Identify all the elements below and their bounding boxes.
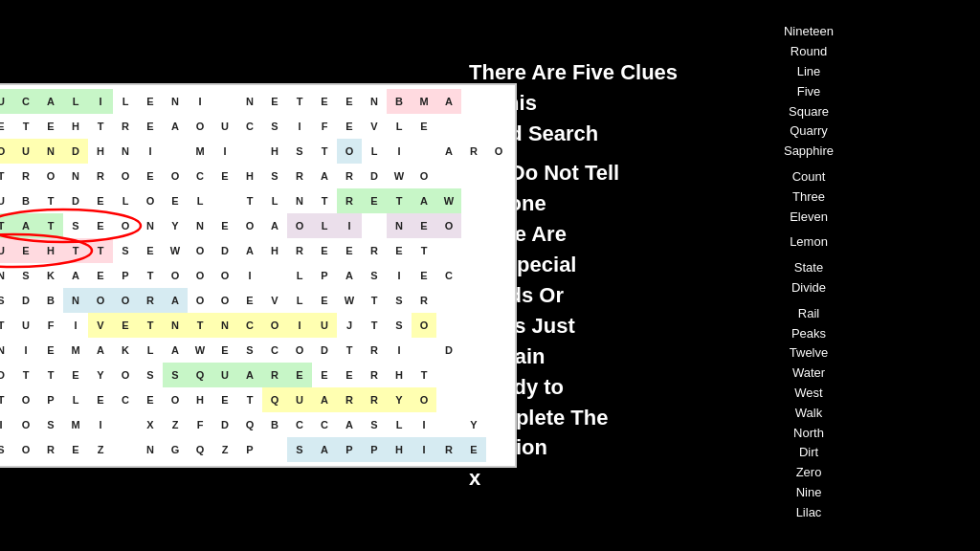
- grid-cell: R: [13, 164, 38, 188]
- grid-row: QVUCALILENINETEENBMA: [0, 89, 511, 114]
- grid-cell: E: [38, 114, 63, 139]
- grid-cell: Y: [163, 213, 188, 238]
- grid-cell: H: [262, 238, 287, 263]
- grid-cell: E: [337, 363, 362, 387]
- grid-row: NSIOSMIXZFDQBCCASLIY: [0, 412, 511, 437]
- grid-cell: X: [138, 412, 163, 437]
- grid-cell: E: [337, 238, 362, 263]
- grid-cell: S: [287, 139, 312, 164]
- grid-row: PMUEHTTSEWODAHREERET: [0, 238, 511, 263]
- grid-cell: [262, 263, 287, 288]
- grid-cell: A: [412, 188, 436, 213]
- grid-cell: E: [262, 89, 287, 114]
- word-list-item: Peaks: [718, 324, 900, 344]
- grid-cell: S: [362, 412, 387, 437]
- grid-cell: W: [436, 188, 461, 213]
- grid-cell: O: [212, 288, 237, 313]
- grid-cell: T: [337, 338, 362, 363]
- word-list-item: Walk: [718, 404, 900, 424]
- grid-cell: [436, 238, 461, 263]
- grid-row: NOUBTDELOELTLNTRETAW: [0, 188, 511, 213]
- grid-cell: T: [38, 188, 63, 213]
- word-list-item: Lilac: [718, 503, 900, 523]
- grid-cell: A: [436, 89, 461, 114]
- word-list-item: Nine: [718, 483, 900, 503]
- grid-cell: [237, 139, 262, 164]
- grid-cell: I: [412, 412, 436, 437]
- word-group: RailPeaksTwelveWaterWestWalkNorthDirtZer…: [718, 304, 900, 523]
- grid-cell: [436, 288, 461, 313]
- grid-cell: E: [88, 213, 113, 238]
- grid-cell: I: [13, 338, 38, 363]
- grid-cell: T: [312, 188, 337, 213]
- grid-cell: C: [262, 338, 287, 363]
- grid-cell: I: [412, 437, 436, 462]
- grid-cell: I: [88, 89, 113, 114]
- grid-cell: L: [113, 89, 138, 114]
- grid-cell: Y: [88, 363, 113, 387]
- grid-cell: R: [362, 338, 387, 363]
- grid-cell: L: [63, 387, 88, 412]
- grid-cell: S: [63, 213, 88, 238]
- grid-cell: I: [337, 213, 362, 238]
- grid-row: NMTOPLECEOHETQUARRYO: [0, 387, 511, 412]
- grid-cell: [113, 437, 138, 462]
- grid-cell: I: [287, 313, 312, 338]
- grid-cell: S: [138, 363, 163, 387]
- grid-cell: V: [262, 288, 287, 313]
- grid-cell: R: [362, 387, 387, 412]
- word-list-item: Sapphire: [718, 142, 900, 162]
- grid-cell: O: [113, 213, 138, 238]
- grid-cell: Y: [461, 412, 486, 437]
- grid-cell: E: [387, 238, 412, 263]
- grid-cell: A: [262, 213, 287, 238]
- grid-cell: T: [287, 89, 312, 114]
- grid-cell: P: [362, 437, 387, 462]
- grid-cell: E: [412, 263, 436, 288]
- grid-row: TETATSEONYNEOAOLINEO: [0, 213, 511, 238]
- grid-cell: O: [188, 238, 212, 263]
- grid-cell: L: [113, 188, 138, 213]
- grid-cell: M: [63, 338, 88, 363]
- grid-cell: E: [113, 313, 138, 338]
- grid-cell: O: [38, 164, 63, 188]
- grid-cell: Q: [262, 387, 287, 412]
- word-list: NineteenRoundLineFiveSquareQuarrySapphir…: [718, 22, 900, 528]
- grid-cell: E: [212, 164, 237, 188]
- grid-cell: I: [138, 139, 163, 164]
- grid-cell: T: [38, 363, 63, 387]
- clue-line: x: [469, 463, 699, 494]
- grid-cell: E: [63, 437, 88, 462]
- grid-cell: H: [237, 164, 262, 188]
- grid-cell: L: [287, 288, 312, 313]
- grid-cell: N: [138, 213, 163, 238]
- grid-cell: T: [387, 188, 412, 213]
- grid-cell: H: [188, 387, 212, 412]
- grid-cell: L: [362, 139, 387, 164]
- grid-cell: A: [63, 263, 88, 288]
- grid-cell: A: [38, 89, 63, 114]
- grid-cell: T: [88, 238, 113, 263]
- grid-cell: O: [113, 363, 138, 387]
- word-group: NineteenRoundLineFiveSquareQuarrySapphir…: [718, 22, 900, 162]
- grid-cell: T: [13, 114, 38, 139]
- grid-cell: S: [262, 164, 287, 188]
- grid-cell: A: [237, 363, 262, 387]
- grid-cell: R: [362, 363, 387, 387]
- grid-cell: [212, 89, 237, 114]
- grid-cell: Q: [188, 437, 212, 462]
- grid-cell: T: [13, 363, 38, 387]
- grid-cell: N: [287, 188, 312, 213]
- grid-cell: B: [262, 412, 287, 437]
- grid-row: OROUNDHNIMIHSTOLIARO: [0, 139, 511, 164]
- grid-cell: T: [63, 238, 88, 263]
- grid-cell: O: [237, 213, 262, 238]
- word-list-container: NineteenRoundLineFiveSquareQuarrySapphir…: [718, 0, 909, 551]
- grid-cell: [412, 338, 436, 363]
- grid-cell: O: [113, 288, 138, 313]
- grid-cell: O: [13, 387, 38, 412]
- grid-cell: R: [337, 387, 362, 412]
- grid-cell: H: [63, 114, 88, 139]
- grid-cell: R: [337, 188, 362, 213]
- grid-cell: T: [237, 188, 262, 213]
